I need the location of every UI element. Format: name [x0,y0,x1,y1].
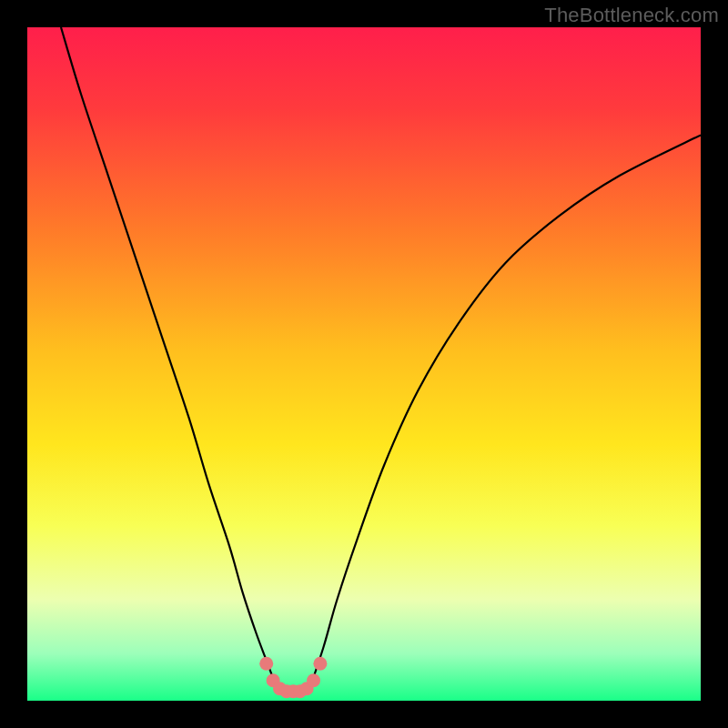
chart-frame: TheBottleneck.com [0,0,728,728]
chart-svg [27,27,701,701]
valley-dot [259,657,273,671]
valley-dot [313,657,327,671]
gradient-background [27,27,701,701]
valley-dot [307,673,320,687]
watermark-text: TheBottleneck.com [544,4,719,27]
plot-area [27,27,701,701]
